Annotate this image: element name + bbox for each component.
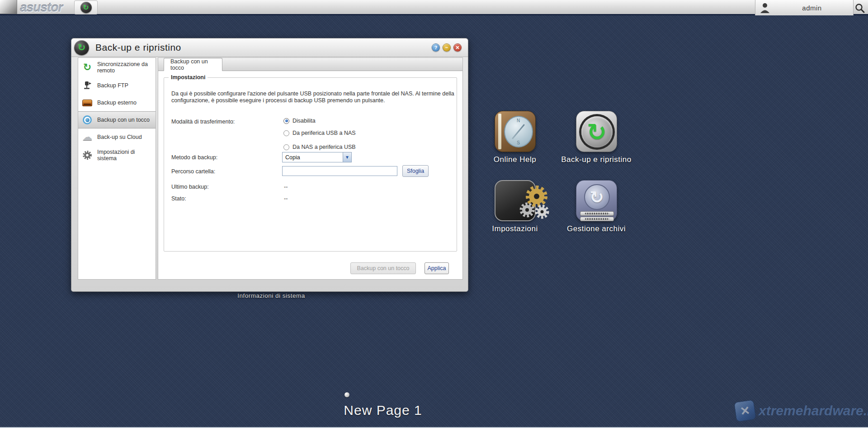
sidebar-item-remote-sync[interactable]: ↻ Sincronizzazione da remoto (78, 58, 156, 77)
watermark-text: xtremehardware.it (759, 403, 868, 418)
power-ring: ↻ (581, 116, 613, 147)
tab-one-touch-backup[interactable]: Backup con un tocco (164, 58, 222, 71)
last-backup-label: Ultimo backup: (171, 184, 209, 190)
window-app-icon: ↻ (74, 40, 89, 55)
sidebar-item-label: Backup con un tocco (97, 117, 150, 123)
archive-manager-icon: ↻ (576, 180, 617, 221)
search-button[interactable] (854, 2, 866, 14)
drive-bay (580, 217, 614, 221)
icon-label: Back-up e ripristino (560, 155, 632, 164)
window-titlebar[interactable]: ↻ Back-up e ripristino ? − ✕ (71, 38, 468, 57)
sidebar-item-label: Impostazioni di sistema (97, 149, 152, 162)
search-icon (854, 3, 865, 14)
backup-restore-icon: ↻ (576, 111, 617, 152)
sidebar-item-external-backup[interactable]: Backup esterno (78, 94, 156, 111)
swirl-arrow-glyph: ↻ (78, 43, 86, 52)
taskbar-backup-app-button[interactable]: ↻ (74, 0, 98, 14)
compass-s-label: S (517, 140, 520, 145)
transfer-mode-label: Modalità di trasferimento: (171, 119, 235, 125)
browse-button[interactable]: Sfoglia (402, 165, 429, 177)
settings-legend: Impostazioni (169, 74, 208, 81)
book-pages (498, 114, 501, 149)
last-backup-value: -- (284, 184, 288, 190)
drive-bay (580, 211, 614, 216)
external-drive-icon (82, 97, 93, 108)
corner-handle (0, 0, 17, 14)
one-touch-button-icon (82, 114, 93, 125)
top-taskbar: asustor ↻ admin (0, 0, 868, 15)
close-button[interactable]: ✕ (453, 43, 462, 52)
user-icon (759, 2, 771, 14)
help-button[interactable]: ? (432, 43, 440, 52)
sidebar-item-ftp-backup[interactable]: Backup FTP (78, 77, 156, 94)
sidebar-item-label: Sincronizzazione da remoto (97, 61, 152, 74)
gears-graphic (515, 181, 556, 222)
status-label: Stato: (171, 195, 186, 202)
tab-strip: Backup con un tocco (158, 58, 462, 71)
icon-label: Impostazioni (479, 224, 551, 233)
sidebar-item-system-settings[interactable]: Impostazioni di sistema (78, 146, 156, 165)
window-title: Back-up e ripristino (95, 42, 181, 53)
ftp-server-icon (82, 80, 93, 91)
radio-button[interactable] (283, 130, 289, 136)
footer-buttons: Backup con un tocco Applica (158, 262, 462, 274)
radio-label: Da periferica USB a NAS (292, 130, 356, 136)
radio-button-checked[interactable] (283, 118, 289, 124)
radio-option-usb-to-nas[interactable]: Da periferica USB a NAS (283, 130, 356, 136)
selected-option: Copia (283, 154, 343, 161)
sidebar-item-label: Backup FTP (97, 82, 128, 89)
settings-description: Da qui è possibile configurare l'azione … (171, 90, 455, 104)
one-touch-backup-button[interactable]: Backup con un tocco (350, 262, 416, 274)
watermark: ✕ xtremehardware.it (735, 401, 868, 421)
compass-face: N S (504, 116, 533, 147)
username-label: admin (771, 4, 853, 12)
backup-app-icon: ↻ (80, 2, 92, 13)
swirl-glyph: ↻ (590, 189, 604, 206)
online-help-icon: N S (495, 111, 536, 152)
settings-gears-icon (495, 180, 536, 221)
apply-button[interactable]: Applica (425, 262, 449, 274)
compass-needle (512, 124, 525, 139)
radio-label: Disabilita (292, 118, 316, 124)
sidebar-item-one-touch-backup[interactable]: Backup con un tocco (78, 111, 156, 128)
desktop-background: asustor ↻ admin N S (0, 0, 868, 428)
page-title: New Page 1 (315, 403, 451, 418)
backup-method-label: Metodo di backup: (171, 154, 217, 161)
desktop-icon-system-info-label[interactable]: Informazioni di sistema (231, 292, 312, 300)
compass-n-label: N (517, 118, 520, 123)
folder-path-label: Percorso cartella: (171, 168, 215, 175)
folder-path-input[interactable] (282, 166, 397, 176)
radio-button[interactable] (283, 144, 289, 150)
cloud-icon: ☁ (82, 132, 93, 143)
desktop-icon-file-manager[interactable]: ↻ Gestione archivi (560, 180, 632, 233)
page-bullet-dot (344, 392, 349, 397)
backup-method-select[interactable]: Copia ▼ (282, 152, 352, 162)
sync-icon: ↻ (82, 62, 93, 73)
status-value: -- (284, 195, 288, 202)
swirl-arrow-glyph: ↻ (83, 4, 89, 11)
backup-restore-window: ↻ Back-up e ripristino ? − ✕ ↻ Sincroniz… (71, 38, 468, 292)
desktop-icon-backup[interactable]: ↻ Back-up e ripristino (560, 111, 632, 164)
xtremehardware-logo-icon: ✕ (734, 399, 756, 422)
settings-groupbox: Impostazioni Da qui è possibile configur… (164, 74, 457, 252)
desktop-icon-settings[interactable]: Impostazioni (479, 180, 551, 233)
window-main-panel: Backup con un tocco Impostazioni Da qui … (158, 57, 463, 280)
sidebar-item-cloud-backup[interactable]: ☁ Back-up su Cloud (78, 128, 156, 146)
icon-label: Online Help (479, 155, 551, 164)
gear-icon (82, 150, 93, 161)
sidebar-item-label: Backup esterno (97, 100, 137, 106)
window-sidebar: ↻ Sincronizzazione da remoto Backup FTP … (78, 57, 156, 280)
radio-option-nas-to-usb[interactable]: Da NAS a periferica USB (283, 144, 356, 150)
minimize-button[interactable]: − (443, 43, 451, 52)
icon-label: Gestione archivi (560, 224, 632, 233)
desktop-icon-online-help[interactable]: N S Online Help (479, 111, 551, 164)
disk-face: ↻ (584, 184, 610, 210)
chevron-down-icon[interactable]: ▼ (343, 152, 351, 162)
asustor-logo: asustor (20, 0, 62, 15)
user-menu[interactable]: admin (755, 0, 854, 15)
radio-option-disable[interactable]: Disabilita (283, 118, 316, 124)
sidebar-item-label: Back-up su Cloud (97, 134, 142, 140)
green-sync-arrow-glyph: ↻ (587, 120, 607, 144)
radio-label: Da NAS a periferica USB (292, 144, 356, 150)
